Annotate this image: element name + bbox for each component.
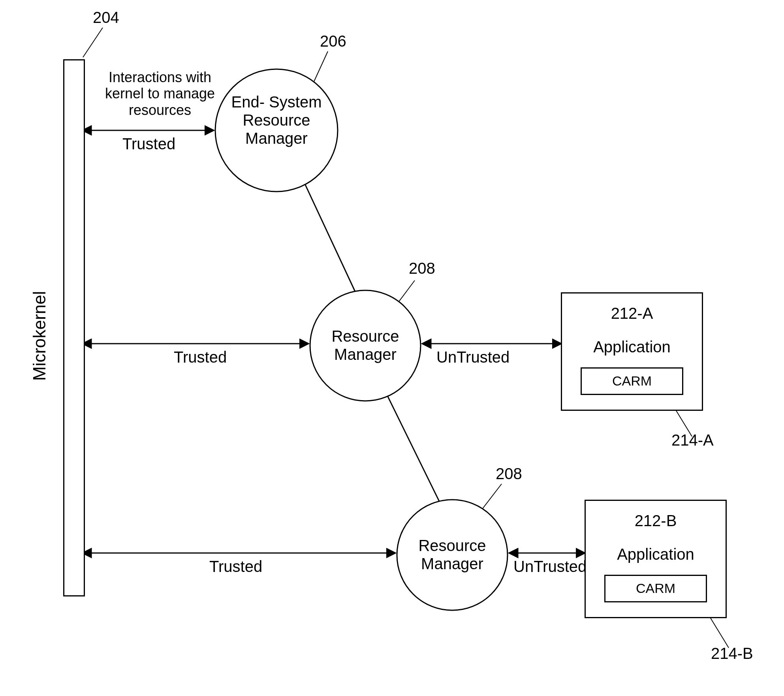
svg-line-7 xyxy=(83,28,103,57)
app-b-label: Application xyxy=(585,545,727,563)
carm-a-label: CARM xyxy=(581,373,683,389)
ref-208-b: 208 xyxy=(496,464,522,483)
untrusted-2: UnTrusted xyxy=(513,557,587,576)
ref-214-a: 214-A xyxy=(671,431,714,450)
rm2-label: Resource Manager xyxy=(403,536,502,573)
app-a-ref: 212-A xyxy=(561,304,703,322)
carm-b-label: CARM xyxy=(604,581,707,596)
ref-204: 204 xyxy=(93,8,119,27)
ref-214-b: 214-B xyxy=(711,644,753,663)
microkernel-box xyxy=(63,59,85,596)
trusted-1: Trusted xyxy=(122,134,175,153)
kernel-note: Interactions with kernel to manage resou… xyxy=(97,69,223,118)
svg-line-4 xyxy=(387,395,440,504)
app-b-ref: 212-B xyxy=(585,512,727,530)
rm1-label: Resource Manager xyxy=(316,327,415,363)
ref-206: 206 xyxy=(320,32,346,51)
trusted-3: Trusted xyxy=(209,557,262,576)
trusted-2: Trusted xyxy=(174,348,227,367)
ref-208-a: 208 xyxy=(409,259,435,278)
app-a-label: Application xyxy=(561,338,703,356)
esrm-label: End- System Resource Manager xyxy=(221,93,332,147)
untrusted-1: UnTrusted xyxy=(436,348,510,367)
microkernel-label: Microkernel xyxy=(30,284,49,387)
